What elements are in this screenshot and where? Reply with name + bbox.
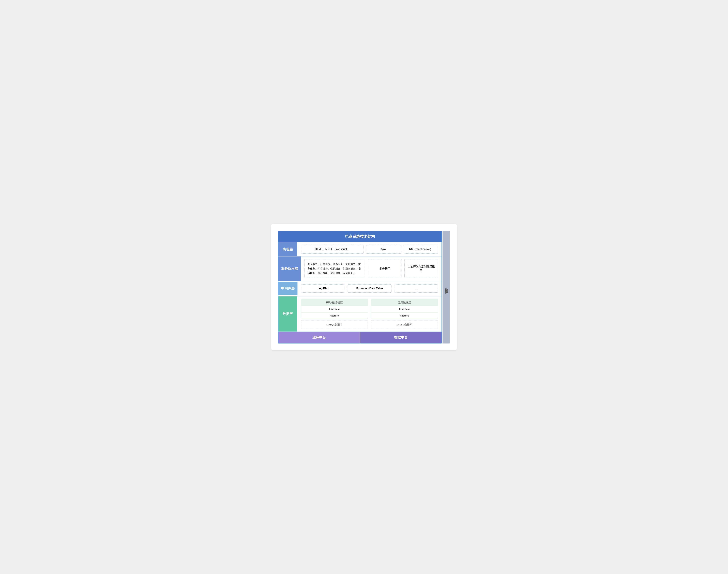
shuju-left-group-title: 系统框架数据层 <box>301 299 368 306</box>
bianxian-cell-html: HTML、ASPX、Javascript... <box>301 245 363 254</box>
shuju-right-db: Oracle数据库 <box>371 321 438 329</box>
shuju-left-interface: Interface <box>301 306 368 313</box>
yewu-content: 商品服务、订单服务、会员服务、支付服务、财务服务、库存服务、促销服务、供应商服务… <box>301 256 442 281</box>
bottom-shuju-zhongtai: 数据中台 <box>360 332 442 343</box>
bottom-yewu-zhongtai: 业务中台 <box>278 332 360 343</box>
shuju-left-factory: Factory <box>301 313 368 319</box>
sidebar-text: 公共配置文件 <box>444 285 448 289</box>
bianxian-row: 表现层 HTML、ASPX、Javascript... Ajax RN（reac… <box>278 242 442 256</box>
main-content: 电商系统技术架构 表现层 HTML、ASPX、Javascript... Aja… <box>278 231 442 343</box>
shuju-right-interface: Interface <box>371 306 438 313</box>
shuju-row: 数据层 系统框架数据层 Interface Factory MySQL数据库 <box>278 296 442 331</box>
zhongjian-label: 中间件层 <box>278 282 297 295</box>
zhongjian-row: 中间件层 Log4Net Extended-Data Table ... <box>278 282 442 295</box>
shuju-right-group-title: 通用数据层 <box>371 299 438 306</box>
bianxian-cell-rn: RN（react-native） <box>404 245 438 254</box>
header-title: 电商系统技术架构 <box>278 231 442 242</box>
yewu-side-cell-2: 二次开发与定制升级服务 <box>404 259 438 278</box>
yewu-row: 业务应用层 商品服务、订单服务、会员服务、支付服务、财务服务、库存服务、促销服务… <box>278 256 442 281</box>
bianxian-cell-ajax: Ajax <box>366 245 401 254</box>
shuju-left-column: 系统框架数据层 Interface Factory MySQL数据库 <box>301 299 368 329</box>
bottom-row: 业务中台 数据中台 <box>278 331 442 343</box>
yewu-main-cell: 商品服务、订单服务、会员服务、支付服务、财务服务、库存服务、促销服务、供应商服务… <box>304 259 365 278</box>
shuju-left-db: MySQL数据库 <box>301 321 368 329</box>
shuju-label: 数据层 <box>278 296 297 331</box>
yewu-label: 业务应用层 <box>278 256 301 281</box>
bianxian-content: HTML、ASPX、Javascript... Ajax RN（react-na… <box>297 242 442 256</box>
diagram-wrapper: 电商系统技术架构 表现层 HTML、ASPX、Javascript... Aja… <box>271 224 457 350</box>
shuju-content: 系统框架数据层 Interface Factory MySQL数据库 通用数据层… <box>297 296 442 331</box>
zhongjian-cell-extended: Extended-Data Table <box>348 284 392 293</box>
shuju-right-group: 通用数据层 Interface Factory <box>371 299 438 319</box>
shuju-left-group: 系统框架数据层 Interface Factory <box>301 299 368 319</box>
bianxian-label: 表现层 <box>278 242 297 256</box>
diagram-container: 电商系统技术架构 表现层 HTML、ASPX、Javascript... Aja… <box>278 231 450 343</box>
sidebar-label: 公共配置文件 <box>443 231 450 343</box>
zhongjian-cell-log4net: Log4Net <box>301 284 345 293</box>
zhongjian-content: Log4Net Extended-Data Table ... <box>297 282 442 295</box>
shuju-right-factory: Factory <box>371 313 438 319</box>
yewu-side-cell-1: 服务接口 <box>368 259 402 278</box>
zhongjian-cell-more: ... <box>394 284 438 293</box>
shuju-right-column: 通用数据层 Interface Factory Oracle数据库 <box>371 299 438 329</box>
